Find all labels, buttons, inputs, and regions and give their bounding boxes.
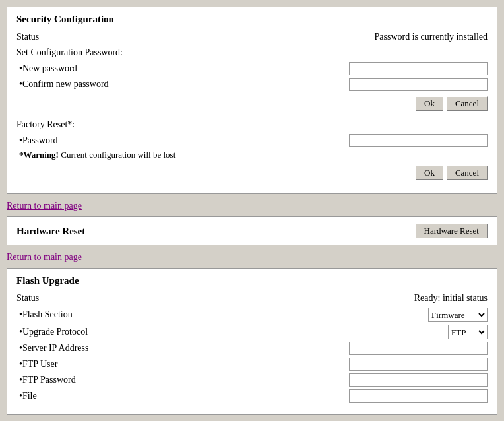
new-password-input[interactable] [349, 62, 488, 75]
factory-cancel-button[interactable]: Cancel [447, 166, 488, 180]
flash-section-select[interactable]: Firmware [428, 308, 488, 322]
ftp-password-input[interactable] [349, 373, 488, 387]
confirm-password-row: •Confirm new password [16, 78, 488, 91]
ftp-user-row: •FTP User [16, 358, 488, 371]
server-ip-input[interactable] [349, 342, 488, 355]
server-ip-label: •Server IP Address [16, 343, 349, 354]
confirm-password-input[interactable] [349, 78, 488, 91]
hardware-reset-return-link[interactable]: Return to main page [7, 252, 497, 263]
file-label: •File [16, 391, 349, 401]
hardware-reset-button[interactable]: Hardware Reset [416, 224, 488, 238]
security-status-label: Status [16, 32, 39, 42]
security-config-title: Security Configuration [16, 14, 488, 25]
warning-text: Current configuration will be lost [61, 150, 175, 160]
upgrade-protocol-label: •Upgrade Protocol [16, 327, 448, 337]
security-status-value: Password is currently installed [375, 32, 488, 42]
confirm-password-label: •Confirm new password [16, 79, 349, 90]
factory-ok-button[interactable]: Ok [416, 166, 443, 180]
password-cancel-button[interactable]: Cancel [447, 96, 488, 111]
factory-warning: *Warning! Current configuration will be … [19, 150, 488, 160]
factory-password-row: •Password [16, 134, 488, 147]
flash-upgrade-section: Flash Upgrade Status Ready: initial stat… [7, 268, 497, 415]
file-row: •File [16, 389, 488, 403]
factory-password-input[interactable] [349, 134, 488, 147]
upgrade-protocol-row: •Upgrade Protocol FTP [16, 325, 488, 339]
security-return-link[interactable]: Return to main page [7, 201, 497, 211]
flash-section-row: •Flash Section Firmware [16, 308, 488, 322]
flash-status-row: Status Ready: initial status [16, 293, 488, 304]
upgrade-protocol-select[interactable]: FTP [448, 325, 488, 339]
server-ip-row: •Server IP Address [16, 342, 488, 355]
new-password-label: •New password [16, 63, 349, 74]
factory-password-label: •Password [16, 135, 349, 146]
flash-status-value: Ready: initial status [414, 293, 488, 304]
warning-bold: *Warning! [19, 150, 59, 160]
flash-status-label: Status [16, 293, 39, 304]
set-password-title: Set Configuration Password: [16, 48, 488, 58]
flash-section-label: •Flash Section [16, 309, 428, 320]
hardware-reset-section: Hardware Reset Hardware Reset [7, 216, 497, 245]
new-password-row: •New password [16, 62, 488, 75]
ftp-user-input[interactable] [349, 358, 488, 371]
ftp-password-row: •FTP Password [16, 373, 488, 387]
security-status-row: Status Password is currently installed [16, 32, 488, 42]
file-input[interactable] [349, 389, 488, 403]
password-ok-button[interactable]: Ok [416, 96, 443, 111]
password-button-row: Ok Cancel [16, 96, 488, 111]
hardware-reset-title: Hardware Reset [16, 226, 85, 237]
factory-button-row: Ok Cancel [16, 166, 488, 180]
ftp-password-label: •FTP Password [16, 375, 349, 385]
ftp-user-label: •FTP User [16, 359, 349, 370]
flash-upgrade-title: Flash Upgrade [16, 275, 488, 286]
security-config-section: Security Configuration Status Password i… [7, 7, 497, 194]
factory-reset-title: Factory Reset*: [16, 119, 488, 130]
